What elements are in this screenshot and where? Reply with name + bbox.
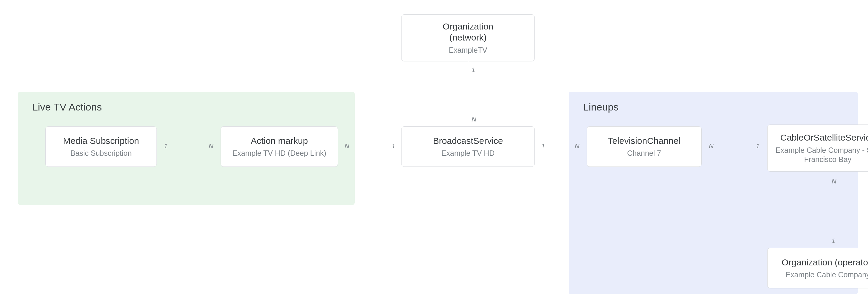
cardinality-label: N bbox=[345, 142, 349, 150]
connector-org-to-broadcast bbox=[468, 61, 468, 126]
cardinality-label: 1 bbox=[164, 142, 167, 150]
node-title: BroadcastService bbox=[433, 135, 503, 146]
node-title: Organization (operator) bbox=[781, 257, 868, 268]
node-cable-or-satellite-service: CableOrSatelliteService Example Cable Co… bbox=[767, 125, 868, 172]
node-sub: Channel 7 bbox=[627, 148, 661, 158]
node-title: Media Subscription bbox=[63, 135, 139, 146]
cardinality-label: N bbox=[209, 142, 213, 150]
cardinality-label: N bbox=[471, 115, 476, 123]
node-title: Action markup bbox=[251, 135, 308, 146]
cardinality-label: N bbox=[709, 142, 714, 150]
node-title: Organization (network) bbox=[443, 21, 493, 43]
cardinality-label: 1 bbox=[541, 142, 545, 150]
node-sub: ExampleTV bbox=[448, 45, 487, 55]
node-sub: Example TV HD bbox=[441, 148, 495, 158]
node-sub: Example Cable Company bbox=[785, 270, 868, 279]
cardinality-label: 1 bbox=[756, 142, 760, 150]
node-broadcast-service: BroadcastService Example TV HD bbox=[401, 126, 535, 167]
node-organization-operator: Organization (operator) Example Cable Co… bbox=[767, 248, 868, 288]
node-sub: Example TV HD (Deep Link) bbox=[232, 148, 327, 158]
group-title-live-tv: Live TV Actions bbox=[32, 101, 102, 113]
cardinality-label: 1 bbox=[832, 237, 835, 245]
node-organization-network: Organization (network) ExampleTV bbox=[401, 14, 535, 61]
diagram-canvas: Live TV Actions Lineups Organization (ne… bbox=[0, 0, 868, 305]
node-television-channel: TelevisionChannel Channel 7 bbox=[587, 126, 702, 167]
node-title: TelevisionChannel bbox=[608, 135, 681, 146]
cardinality-label: N bbox=[832, 177, 836, 185]
node-media-subscription: Media Subscription Basic Subscription bbox=[45, 126, 157, 167]
cardinality-label: 1 bbox=[471, 66, 475, 74]
node-sub: Example Cable Company - San Francisco Ba… bbox=[774, 146, 868, 164]
node-sub: Basic Subscription bbox=[70, 148, 132, 158]
cardinality-label: 1 bbox=[392, 142, 395, 150]
group-title-lineups: Lineups bbox=[583, 101, 619, 113]
node-action-markup: Action markup Example TV HD (Deep Link) bbox=[221, 126, 338, 167]
node-title: CableOrSatelliteService bbox=[780, 132, 868, 143]
cardinality-label: N bbox=[575, 142, 580, 150]
